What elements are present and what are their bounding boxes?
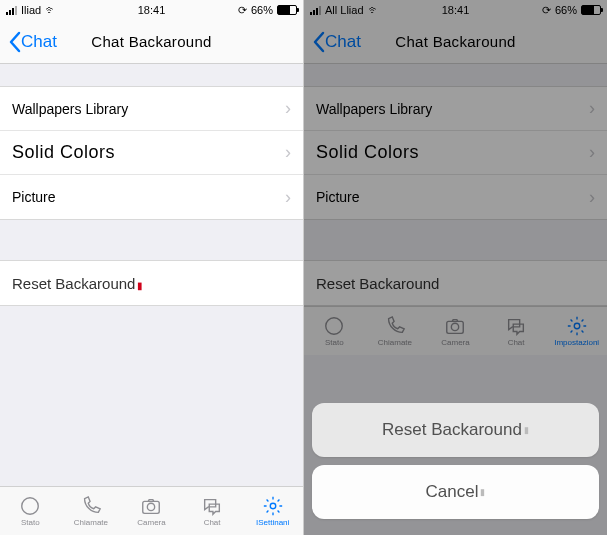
carrier-label: Iliad bbox=[21, 4, 41, 16]
chevron-right-icon: › bbox=[285, 187, 291, 208]
camera-icon bbox=[140, 495, 162, 517]
chat-bubbles-icon bbox=[201, 495, 223, 517]
back-button[interactable]: Chat bbox=[8, 31, 57, 53]
tab-label: ISettinani bbox=[256, 518, 289, 527]
status-ring-icon bbox=[19, 495, 41, 517]
row-label: Picture bbox=[12, 189, 56, 205]
row-label: Wallpapers Library bbox=[12, 101, 128, 117]
row-label: Solid Colors bbox=[12, 142, 115, 163]
row-reset-background[interactable]: Reset Backaround▮ bbox=[0, 261, 303, 305]
sheet-cancel-button[interactable]: Cancel▮ bbox=[312, 465, 599, 519]
badge-icon: ▮ bbox=[480, 487, 485, 497]
tab-label: Stato bbox=[21, 518, 40, 527]
signal-icon bbox=[6, 6, 17, 15]
chevron-left-icon bbox=[8, 31, 21, 53]
screen-after: All Lliad ᯤ 18:41 ⟳ 66% Chat Chat Backar… bbox=[304, 0, 607, 535]
nav-bar: Chat Chat Backaround bbox=[0, 20, 303, 64]
tab-stato[interactable]: Stato bbox=[0, 487, 61, 535]
sheet-button-label: Reset Backaround bbox=[382, 420, 522, 440]
tab-chat[interactable]: Chat bbox=[182, 487, 243, 535]
reset-group: Reset Backaround▮ bbox=[0, 260, 303, 306]
action-sheet: Reset Backaround▮ Cancel▮ bbox=[304, 403, 607, 535]
chevron-right-icon: › bbox=[285, 142, 291, 163]
badge-icon: ▮ bbox=[137, 280, 143, 291]
options-group: Wallpapers Library › Solid Colors › Pict… bbox=[0, 86, 303, 220]
sheet-reset-button[interactable]: Reset Backaround▮ bbox=[312, 403, 599, 457]
status-bar: Iliad ᯤ 18:41 ⟳ 66% bbox=[0, 0, 303, 20]
wifi-icon: ᯤ bbox=[45, 3, 57, 17]
screen-before: Iliad ᯤ 18:41 ⟳ 66% Chat Chat Backaround… bbox=[0, 0, 304, 535]
status-time: 18:41 bbox=[138, 4, 166, 16]
badge-icon: ▮ bbox=[524, 425, 529, 435]
orientation-lock-icon: ⟳ bbox=[238, 4, 247, 17]
phone-icon bbox=[80, 495, 102, 517]
row-label: Reset Backaround▮ bbox=[12, 275, 143, 292]
tab-camera[interactable]: Camera bbox=[121, 487, 182, 535]
row-picture[interactable]: Picture › bbox=[0, 175, 303, 219]
sheet-button-label: Cancel bbox=[426, 482, 479, 502]
battery-icon bbox=[277, 5, 297, 15]
back-label: Chat bbox=[21, 32, 57, 52]
tab-label: Camera bbox=[137, 518, 165, 527]
tab-bar: Stato Chiamate Camera Chat ISettinani bbox=[0, 486, 303, 535]
tab-label: Chiamate bbox=[74, 518, 108, 527]
row-solid-colors[interactable]: Solid Colors › bbox=[0, 131, 303, 175]
svg-point-3 bbox=[270, 503, 276, 509]
chevron-right-icon: › bbox=[285, 98, 291, 119]
tab-chiamate[interactable]: Chiamate bbox=[61, 487, 122, 535]
tab-label: Chat bbox=[204, 518, 221, 527]
row-wallpapers-library[interactable]: Wallpapers Library › bbox=[0, 87, 303, 131]
gear-icon bbox=[262, 495, 284, 517]
svg-point-0 bbox=[22, 498, 39, 515]
battery-pct: 66% bbox=[251, 4, 273, 16]
nav-title: Chat Backaround bbox=[91, 33, 211, 50]
tab-settings[interactable]: ISettinani bbox=[242, 487, 303, 535]
svg-point-2 bbox=[148, 503, 155, 510]
